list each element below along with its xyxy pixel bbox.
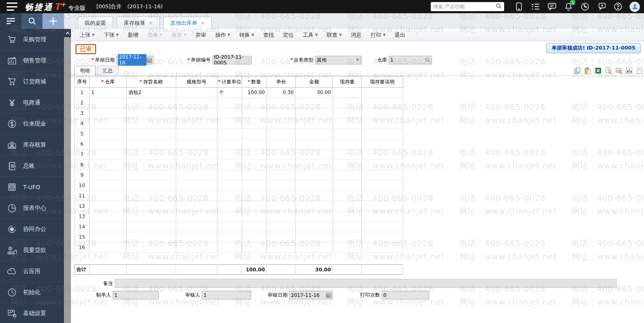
cell-warehouse[interactable] (90, 108, 127, 119)
maker-input[interactable]: 1 (113, 291, 159, 299)
sidebar-add-icon[interactable] (42, 13, 64, 29)
cell-item[interactable] (127, 139, 176, 150)
cell-price[interactable] (267, 191, 296, 201)
cell-amount[interactable] (296, 139, 333, 150)
cell-item[interactable] (127, 232, 176, 242)
toolbar-button-上张[interactable]: 上张▼ (75, 31, 99, 39)
cell-qty[interactable] (242, 232, 267, 242)
toolbar-button-消息[interactable]: 消息 (346, 31, 366, 39)
help-icon[interactable] (613, 2, 623, 12)
cell-amount[interactable] (296, 98, 333, 108)
table-row[interactable]: 14 (75, 222, 403, 232)
sidebar-item-订货商城[interactable]: 订货商城 (0, 71, 64, 92)
sidebar-item-采购管理[interactable]: 采购管理 (0, 29, 64, 50)
cell-stock[interactable] (333, 232, 362, 242)
cell-seq[interactable]: 14 (75, 222, 90, 232)
audit-date-input[interactable]: 2017-11-16 (289, 291, 333, 299)
toolbar-button-工具[interactable]: 工具▼ (298, 31, 322, 39)
cell-stock[interactable] (333, 98, 362, 108)
cell-stock[interactable] (333, 222, 362, 232)
toolbar-button-下张[interactable]: 下张▼ (99, 31, 123, 39)
tab-库存核算[interactable]: 库存核算× (117, 17, 160, 29)
cell-price[interactable]: 0.30 (267, 88, 296, 98)
cell-stock[interactable] (333, 119, 362, 129)
cell-spec[interactable] (176, 201, 217, 211)
cell-stock[interactable] (333, 191, 362, 201)
table-row[interactable]: 11酒瓶2个100.000.3030.00 (75, 88, 403, 98)
cell-amount[interactable] (296, 129, 333, 139)
cell-spec[interactable] (176, 119, 217, 129)
sidebar-item-协同办公[interactable]: 协同办公 (0, 218, 64, 240)
table-row[interactable]: 7 (75, 150, 403, 160)
cell-warehouse[interactable] (90, 150, 127, 160)
cell-stock_note[interactable] (362, 211, 403, 222)
cell-stock_note[interactable] (362, 139, 403, 150)
sidebar-item-库存核算[interactable]: 库存核算 (0, 134, 64, 155)
table-row[interactable]: 6 (75, 139, 403, 150)
cell-amount[interactable] (296, 211, 333, 222)
chart-icon[interactable] (625, 67, 633, 74)
cell-seq[interactable]: 4 (75, 119, 90, 129)
cell-stock_note[interactable] (362, 191, 403, 201)
cell-price[interactable] (267, 139, 296, 150)
cell-item[interactable] (127, 108, 176, 119)
search-icon[interactable] (495, 3, 502, 10)
table-row[interactable]: 4 (75, 119, 403, 129)
global-search-input[interactable] (433, 4, 495, 10)
tab-我的桌面[interactable]: 我的桌面 (78, 17, 113, 29)
cell-unit[interactable] (217, 119, 242, 129)
cell-price[interactable] (267, 150, 296, 160)
mobile-app-icon[interactable] (514, 2, 524, 12)
service-phone-icon[interactable] (580, 2, 590, 12)
cell-warehouse[interactable]: 1 (90, 88, 127, 98)
cell-warehouse[interactable] (90, 119, 127, 129)
cell-item[interactable] (127, 98, 176, 108)
cell-unit[interactable] (217, 98, 242, 108)
cell-qty[interactable] (242, 129, 267, 139)
table-row[interactable]: 5 (75, 129, 403, 139)
cell-qty[interactable] (242, 139, 267, 150)
cell-stock[interactable] (333, 211, 362, 222)
toolbar-button-查找[interactable]: 查找 (259, 31, 278, 39)
cell-item[interactable]: 酒瓶2 (127, 88, 176, 98)
toolbar-button-新增[interactable]: 新增 (123, 31, 143, 39)
cell-seq[interactable]: 10 (75, 180, 90, 191)
sidebar-scrollbar[interactable] (64, 13, 71, 323)
cell-price[interactable] (267, 108, 296, 119)
user-avatar[interactable] (630, 2, 640, 12)
sidebar-item-T-UFO[interactable]: T-UFOT-UFO (0, 176, 64, 197)
cell-amount[interactable] (296, 242, 333, 253)
cell-qty[interactable] (242, 191, 267, 201)
cell-item[interactable] (127, 170, 176, 180)
cell-amount[interactable] (296, 119, 333, 129)
table-row[interactable]: 13 (75, 211, 403, 222)
cell-stock_note[interactable] (362, 119, 403, 129)
cell-stock[interactable] (333, 170, 362, 180)
cell-warehouse[interactable] (90, 98, 127, 108)
cell-price[interactable] (267, 222, 296, 232)
cell-spec[interactable] (176, 88, 217, 98)
cell-warehouse[interactable] (90, 180, 127, 191)
cell-warehouse[interactable] (90, 201, 127, 211)
cell-stock[interactable] (333, 139, 362, 150)
cell-spec[interactable] (176, 191, 217, 201)
cell-item[interactable] (127, 222, 176, 232)
cell-item[interactable] (127, 191, 176, 201)
cell-unit[interactable] (217, 108, 242, 119)
tab-detail[interactable]: 明细 (74, 66, 96, 76)
toolbar-button-转换[interactable]: 转换▼ (235, 31, 259, 39)
cell-amount[interactable] (296, 232, 333, 242)
cell-qty[interactable] (242, 160, 267, 170)
toolbar-button-退出[interactable]: 退出 (390, 31, 410, 39)
cell-stock[interactable] (333, 160, 362, 170)
cell-amount[interactable] (296, 170, 333, 180)
cell-unit[interactable] (217, 222, 242, 232)
chevron-down-icon[interactable]: ▼ (355, 58, 360, 62)
cell-warehouse[interactable] (90, 129, 127, 139)
cell-seq[interactable]: 16 (75, 242, 90, 253)
table-row[interactable]: 2 (75, 98, 403, 108)
cell-spec[interactable] (176, 150, 217, 160)
table-row[interactable]: 9 (75, 170, 403, 180)
sidebar-search-icon[interactable] (21, 13, 43, 29)
cell-stock[interactable] (333, 180, 362, 191)
